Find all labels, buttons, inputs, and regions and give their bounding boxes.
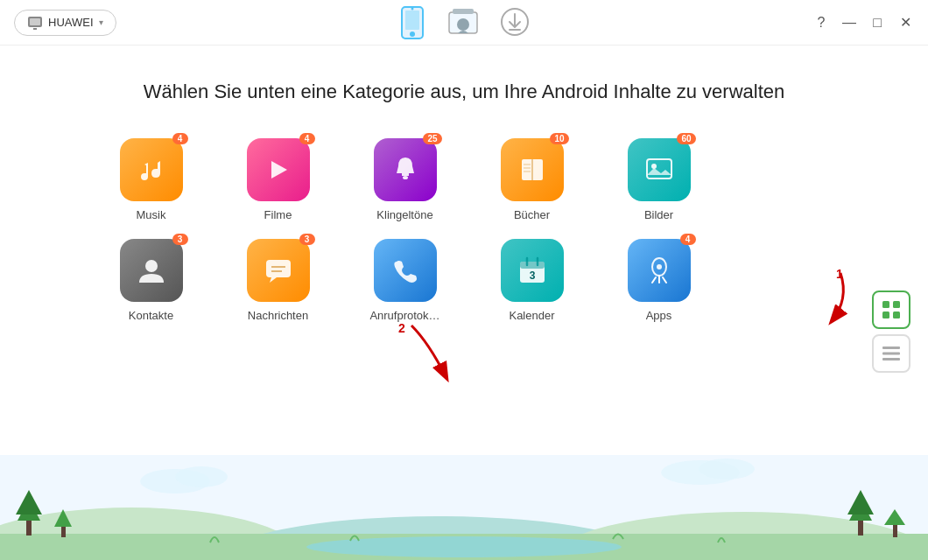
klingeltoene-label: Klingeltöne — [376, 208, 432, 221]
maximize-button[interactable]: □ — [868, 14, 886, 32]
svg-rect-40 — [893, 312, 900, 318]
svg-rect-42 — [882, 353, 900, 355]
svg-rect-1 — [30, 18, 40, 25]
apps-label: Apps — [646, 309, 672, 322]
nav-download-icon[interactable] — [500, 7, 530, 38]
svg-text:3: 3 — [529, 270, 535, 282]
svg-rect-37 — [882, 301, 889, 308]
landscape-decoration — [0, 455, 928, 560]
kontakte-label: Kontakte — [129, 309, 173, 322]
kalender-icon: 3 — [501, 239, 564, 302]
help-button[interactable]: ? — [812, 14, 830, 32]
close-button[interactable]: ✕ — [896, 14, 914, 32]
huawei-icon — [27, 15, 43, 31]
klingeltoene-badge: 25 — [423, 133, 441, 144]
svg-point-14 — [403, 176, 408, 179]
device-chevron-icon: ▾ — [99, 18, 103, 27]
svg-rect-20 — [647, 159, 671, 178]
nachrichten-badge: 3 — [299, 234, 315, 245]
apps-icon — [628, 239, 691, 302]
category-item-kontakte[interactable]: 3Kontakte — [88, 239, 214, 322]
svg-marker-12 — [271, 161, 287, 178]
anruf-label: Anrufprotok… — [369, 309, 439, 322]
svg-rect-13 — [402, 173, 409, 176]
category-item-bilder[interactable]: 60Bilder — [595, 138, 722, 221]
device-label: HUAWEI — [48, 16, 94, 29]
apps-view-button[interactable] — [872, 290, 910, 329]
category-item-kalender[interactable]: 3Kalender — [468, 239, 595, 322]
svg-point-65 — [699, 458, 755, 480]
category-item-apps[interactable]: 4Apps — [595, 239, 722, 322]
kontakte-icon — [120, 239, 183, 302]
svg-rect-39 — [882, 312, 889, 318]
musik-badge: 4 — [172, 133, 188, 144]
bilder-label: Bilder — [644, 208, 673, 221]
svg-rect-2 — [33, 28, 37, 30]
svg-point-5 — [410, 32, 415, 37]
svg-rect-60 — [893, 523, 897, 537]
svg-rect-55 — [61, 525, 66, 537]
grid-icon — [882, 300, 901, 319]
svg-line-34 — [652, 277, 656, 283]
svg-point-6 — [411, 7, 414, 10]
category-item-musik[interactable]: 4Musik — [88, 138, 214, 221]
titlebar: HUAWEI ▾ — [0, 0, 928, 46]
svg-rect-38 — [893, 301, 900, 308]
category-item-filme[interactable]: 4Filme — [214, 138, 341, 221]
arrow-2-annotation: 2 — [394, 317, 473, 398]
category-item-nachrichten[interactable]: 3Nachrichten — [214, 239, 341, 322]
buecher-icon — [501, 138, 564, 201]
minimize-button[interactable]: — — [840, 14, 858, 32]
musik-icon — [120, 138, 183, 201]
page-title: Wählen Sie unten eine Kategorie aus, um … — [53, 80, 875, 103]
svg-marker-24 — [270, 277, 277, 283]
anruf-icon — [374, 239, 437, 302]
kontakte-badge: 3 — [172, 234, 188, 245]
filme-badge: 4 — [299, 133, 315, 144]
svg-rect-8 — [453, 9, 474, 14]
nav-icons — [398, 6, 530, 39]
main-content: Wählen Sie unten eine Kategorie aus, um … — [0, 46, 928, 322]
nachrichten-label: Nachrichten — [248, 309, 308, 322]
svg-text:2: 2 — [398, 321, 405, 335]
svg-rect-43 — [882, 358, 900, 360]
device-selector[interactable]: HUAWEI ▾ — [14, 10, 116, 36]
buecher-badge: 10 — [550, 133, 568, 144]
list-view-button[interactable] — [872, 334, 910, 373]
window-controls: ? — □ ✕ — [812, 14, 914, 32]
svg-rect-23 — [266, 260, 291, 277]
kalender-label: Kalender — [509, 309, 554, 322]
svg-point-22 — [145, 260, 158, 272]
svg-point-51 — [306, 536, 622, 557]
svg-rect-4 — [405, 10, 419, 30]
list-icon — [882, 344, 901, 363]
filme-icon — [247, 138, 310, 201]
bilder-badge: 60 — [677, 133, 695, 144]
apps-badge: 4 — [680, 234, 696, 245]
category-item-klingeltoene[interactable]: 25Klingeltöne — [341, 138, 468, 221]
svg-point-33 — [657, 264, 662, 270]
buecher-label: Bücher — [514, 208, 550, 221]
svg-line-35 — [663, 277, 666, 283]
nav-manager-icon[interactable] — [447, 7, 479, 38]
svg-rect-41 — [882, 346, 900, 349]
klingeltoene-icon — [374, 138, 437, 201]
svg-point-9 — [457, 18, 469, 31]
svg-point-63 — [175, 466, 228, 487]
nachrichten-icon — [247, 239, 310, 302]
side-actions — [872, 290, 910, 373]
category-grid: 4Musik4Filme25Klingeltöne10Bücher60Bilde… — [53, 138, 875, 322]
bilder-icon — [628, 138, 691, 201]
musik-label: Musik — [137, 208, 166, 221]
category-item-anruf[interactable]: Anrufprotok… — [341, 239, 468, 322]
category-item-buecher[interactable]: 10Bücher — [468, 138, 595, 221]
svg-rect-28 — [520, 262, 545, 269]
filme-label: Filme — [264, 208, 292, 221]
nav-phone-icon[interactable] — [398, 6, 426, 39]
